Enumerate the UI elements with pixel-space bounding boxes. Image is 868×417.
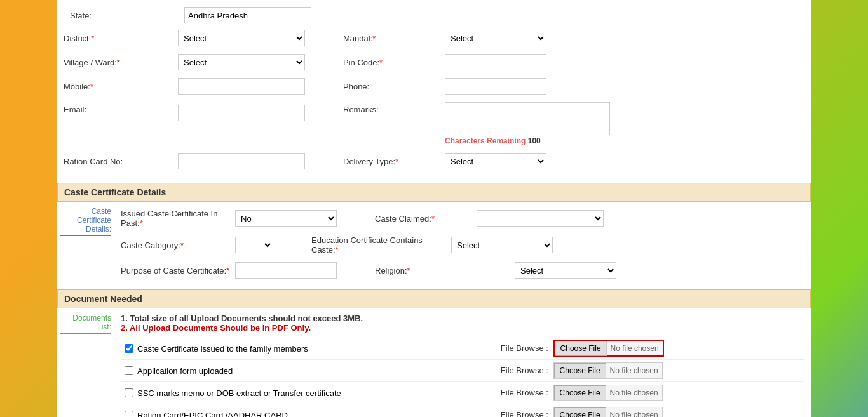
state-input[interactable] bbox=[184, 7, 311, 23]
table-row: Caste Certificate issued to the family m… bbox=[121, 338, 804, 360]
religion-label: Religion:* bbox=[375, 266, 515, 275]
doc3-file-cell: File Browse : Choose File No file chosen bbox=[497, 382, 804, 404]
doc4-label[interactable]: Ration Card/EPIC Card /AADHAR CARD bbox=[125, 411, 493, 418]
issued-label: Issued Caste Certificate In Past:* bbox=[121, 209, 235, 228]
district-label: District:* bbox=[64, 34, 178, 43]
doc1-checkbox[interactable] bbox=[125, 344, 133, 353]
pincode-label: Pin Code:* bbox=[343, 58, 445, 67]
doc1-choose-file-btn[interactable]: Choose File bbox=[555, 341, 607, 356]
pincode-input[interactable] bbox=[445, 54, 546, 70]
doc2-file-cell: File Browse : Choose File No file chosen bbox=[497, 360, 804, 382]
doc2-checkbox[interactable] bbox=[125, 366, 133, 375]
table-row: Ration Card/EPIC Card /AADHAR CARD File … bbox=[121, 404, 804, 418]
mobile-input[interactable] bbox=[178, 78, 305, 95]
documents-content: 1. Total size of all Upload Documents sh… bbox=[114, 308, 811, 417]
caste-category-select[interactable] bbox=[235, 237, 273, 253]
caste-category-label: Caste Category:* bbox=[121, 241, 235, 250]
email-input[interactable] bbox=[178, 105, 305, 121]
doc1-no-file-text: No file chosen bbox=[607, 344, 663, 353]
category-education-row: Caste Category:* Education Certificate C… bbox=[121, 234, 804, 256]
phone-label: Phone: bbox=[343, 82, 445, 91]
caste-section-body: Caste Certificate Details: Issued Caste … bbox=[57, 202, 811, 289]
mobile-phone-row: Mobile:* Phone: bbox=[64, 76, 804, 96]
chars-remaining: Characters Remaining 100 bbox=[445, 136, 610, 145]
documents-section-header: Document Needed bbox=[57, 289, 811, 308]
documents-table: Caste Certificate issued to the family m… bbox=[121, 338, 804, 417]
doc3-file-input: Choose File No file chosen bbox=[553, 385, 663, 401]
mandal-select[interactable]: Select bbox=[445, 30, 546, 46]
village-pincode-row: Village / Ward:* Select Pin Code:* bbox=[64, 52, 804, 72]
doc4-file-cell: File Browse : Choose File No file chosen bbox=[497, 404, 804, 418]
doc3-choose-file-btn[interactable]: Choose File bbox=[554, 385, 606, 400]
doc2-file-input: Choose File No file chosen bbox=[553, 362, 663, 379]
doc2-choose-file-btn[interactable]: Choose File bbox=[554, 363, 606, 378]
caste-sidebar-label: Caste Certificate Details: bbox=[60, 207, 111, 236]
email-label: Email: bbox=[64, 102, 178, 114]
email-remarks-row: Email: Remarks: Characters Remaining 100 bbox=[64, 100, 804, 147]
doc4-file-input: Choose File No file chosen bbox=[553, 407, 663, 417]
main-container: State: District:* Select Mandal:* Select… bbox=[57, 0, 811, 417]
doc4-choose-file-btn[interactable]: Choose File bbox=[554, 407, 606, 417]
remarks-label: Remarks: bbox=[343, 102, 445, 114]
delivery-select[interactable]: Select bbox=[445, 153, 546, 169]
education-cert-select[interactable]: Select bbox=[451, 237, 553, 253]
doc4-checkbox[interactable] bbox=[125, 411, 133, 417]
caste-claimed-label: Caste Claimed:* bbox=[375, 214, 477, 223]
caste-claimed-select[interactable] bbox=[477, 210, 604, 227]
state-row: State: bbox=[64, 5, 804, 25]
education-cert-label: Education Certificate Contains Caste:* bbox=[311, 235, 451, 255]
doc2-no-file-text: No file chosen bbox=[606, 366, 662, 375]
issued-caste-row: Issued Caste Certificate In Past:* No Ye… bbox=[121, 207, 804, 230]
mobile-label: Mobile:* bbox=[64, 82, 178, 91]
remarks-textarea[interactable] bbox=[445, 102, 610, 135]
purpose-input[interactable] bbox=[235, 262, 337, 279]
village-select[interactable]: Select bbox=[178, 54, 305, 70]
doc3-no-file-text: No file chosen bbox=[606, 388, 662, 397]
table-row: Application form uploaded File Browse : … bbox=[121, 360, 804, 382]
doc1-file-cell: File Browse : Choose File No file chosen bbox=[497, 338, 804, 360]
purpose-religion-row: Purpose of Caste Certificate:* Religion:… bbox=[121, 260, 804, 281]
village-label: Village / Ward:* bbox=[64, 58, 178, 67]
state-label: State: bbox=[70, 11, 184, 20]
instruction2: 2. All Upload Documents Should be in PDF… bbox=[121, 323, 804, 333]
ration-label: Ration Card No: bbox=[64, 157, 178, 166]
district-mandal-row: District:* Select Mandal:* Select bbox=[64, 28, 804, 48]
table-row: SSC marks memo or DOB extract or Transfe… bbox=[121, 382, 804, 404]
doc3-label[interactable]: SSC marks memo or DOB extract or Transfe… bbox=[125, 388, 493, 398]
doc-instructions: 1. Total size of all Upload Documents sh… bbox=[121, 314, 804, 333]
phone-input[interactable] bbox=[445, 78, 546, 95]
documents-section-body: Documents List: 1. Total size of all Upl… bbox=[57, 308, 811, 417]
caste-content: Issued Caste Certificate In Past:* No Ye… bbox=[114, 202, 811, 289]
address-section: State: District:* Select Mandal:* Select… bbox=[57, 0, 811, 180]
delivery-label: Delivery Type:* bbox=[343, 157, 445, 166]
mandal-label: Mandal:* bbox=[343, 34, 445, 43]
instruction1: 1. Total size of all Upload Documents sh… bbox=[121, 314, 804, 323]
doc1-file-input: Choose File No file chosen bbox=[553, 340, 664, 357]
caste-section-header: Caste Certificate Details bbox=[57, 183, 811, 202]
purpose-label: Purpose of Caste Certificate:* bbox=[121, 266, 235, 275]
district-select[interactable]: Select bbox=[178, 30, 305, 46]
doc4-no-file-text: No file chosen bbox=[606, 411, 662, 417]
issued-select[interactable]: No Yes bbox=[235, 210, 337, 227]
doc1-label[interactable]: Caste Certificate issued to the family m… bbox=[125, 344, 493, 354]
doc3-checkbox[interactable] bbox=[125, 388, 133, 397]
ration-delivery-row: Ration Card No: Delivery Type:* Select bbox=[64, 151, 804, 171]
documents-sidebar: Documents List: bbox=[57, 308, 114, 417]
doc2-label[interactable]: Application form uploaded bbox=[125, 366, 493, 376]
documents-sidebar-label: Documents List: bbox=[60, 314, 111, 334]
ration-input[interactable] bbox=[178, 153, 305, 169]
religion-select[interactable]: Select bbox=[515, 262, 616, 279]
caste-sidebar: Caste Certificate Details: bbox=[57, 202, 114, 289]
